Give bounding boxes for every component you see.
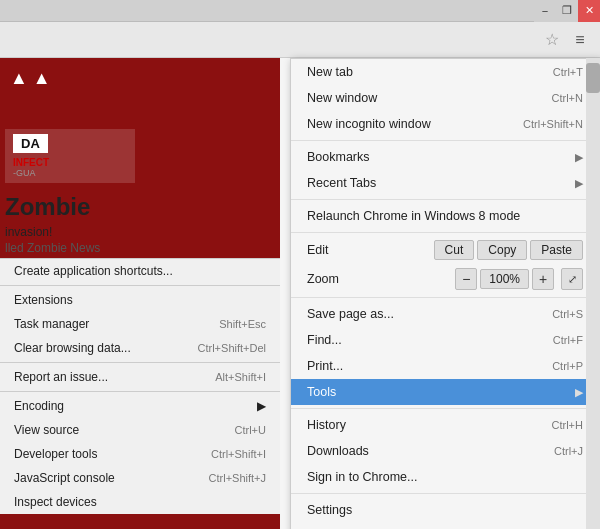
menu-divider-5 bbox=[291, 408, 599, 409]
create-shortcuts-item[interactable]: Create application shortcuts... bbox=[0, 259, 280, 283]
history-item[interactable]: History Ctrl+H bbox=[291, 412, 599, 438]
tools-submenu: Create application shortcuts... Extensio… bbox=[0, 258, 280, 514]
new-window-item[interactable]: New window Ctrl+N bbox=[291, 85, 599, 111]
settings-item[interactable]: Settings bbox=[291, 497, 599, 523]
zoom-out-button[interactable]: − bbox=[455, 268, 477, 290]
recent-tabs-item[interactable]: Recent Tabs ▶ bbox=[291, 170, 599, 196]
new-tab-item[interactable]: New tab Ctrl+T bbox=[291, 59, 599, 85]
chrome-menu: New tab Ctrl+T New window Ctrl+N New inc… bbox=[290, 58, 600, 529]
find-item[interactable]: Find... Ctrl+F bbox=[291, 327, 599, 353]
downloads-item[interactable]: Downloads Ctrl+J bbox=[291, 438, 599, 464]
task-manager-item[interactable]: Task manager Shift+Esc bbox=[0, 312, 280, 336]
developer-tools-item[interactable]: Developer tools Ctrl+Shift+I bbox=[0, 442, 280, 466]
scrollbar-thumb[interactable] bbox=[586, 63, 600, 93]
minimize-button[interactable]: − bbox=[534, 0, 556, 22]
title-bar-buttons: − ❐ ✕ bbox=[534, 0, 600, 22]
new-incognito-item[interactable]: New incognito window Ctrl+Shift+N bbox=[291, 111, 599, 137]
browser-toolbar: ☆ ≡ bbox=[0, 22, 600, 58]
browser-window: − ❐ ✕ ☆ ≡ ▲ ▲ DA INFECT -GUA Zombie inva… bbox=[0, 0, 600, 529]
zombie-invasion: invasion! bbox=[0, 225, 280, 239]
tools-item[interactable]: Tools ▶ bbox=[291, 379, 599, 405]
menu-divider-6 bbox=[291, 493, 599, 494]
about-item[interactable]: About Google Chrome bbox=[291, 523, 599, 529]
zombie-title: Zombie bbox=[0, 193, 90, 220]
edit-buttons: Cut Copy Paste bbox=[434, 240, 583, 260]
menu-divider-1 bbox=[291, 140, 599, 141]
zoom-value: 100% bbox=[480, 269, 529, 289]
fullscreen-button[interactable]: ⤢ bbox=[561, 268, 583, 290]
javascript-console-item[interactable]: JavaScript console Ctrl+Shift+J bbox=[0, 466, 280, 490]
zombie-sign-top: DA bbox=[21, 136, 40, 151]
encoding-item[interactable]: Encoding ▶ bbox=[0, 394, 280, 418]
menu-divider-4 bbox=[291, 297, 599, 298]
left-menu-divider-1 bbox=[0, 285, 280, 286]
star-button[interactable]: ☆ bbox=[538, 26, 566, 54]
view-source-item[interactable]: View source Ctrl+U bbox=[0, 418, 280, 442]
relaunch-item[interactable]: Relaunch Chrome in Windows 8 mode bbox=[291, 203, 599, 229]
paste-button[interactable]: Paste bbox=[530, 240, 583, 260]
zombie-arrows: ▲ ▲ bbox=[10, 68, 275, 89]
save-page-item[interactable]: Save page as... Ctrl+S bbox=[291, 301, 599, 327]
clear-browsing-item[interactable]: Clear browsing data... Ctrl+Shift+Del bbox=[0, 336, 280, 360]
cut-button[interactable]: Cut bbox=[434, 240, 475, 260]
maximize-button[interactable]: ❐ bbox=[556, 0, 578, 22]
bookmarks-item[interactable]: Bookmarks ▶ bbox=[291, 144, 599, 170]
report-issue-item[interactable]: Report an issue... Alt+Shift+I bbox=[0, 365, 280, 389]
zoom-controls: − 100% + ⤢ bbox=[455, 268, 583, 290]
extensions-item[interactable]: Extensions bbox=[0, 288, 280, 312]
print-item[interactable]: Print... Ctrl+P bbox=[291, 353, 599, 379]
left-menu-divider-2 bbox=[0, 362, 280, 363]
sign-in-item[interactable]: Sign in to Chrome... bbox=[291, 464, 599, 490]
left-menu-divider-3 bbox=[0, 391, 280, 392]
edit-row: Edit Cut Copy Paste bbox=[291, 236, 599, 264]
copy-button[interactable]: Copy bbox=[477, 240, 527, 260]
title-bar: − ❐ ✕ bbox=[0, 0, 600, 22]
scrollbar[interactable] bbox=[586, 58, 600, 529]
zoom-row: Zoom − 100% + ⤢ bbox=[291, 264, 599, 294]
inspect-devices-item[interactable]: Inspect devices bbox=[0, 490, 280, 514]
zoom-in-button[interactable]: + bbox=[532, 268, 554, 290]
menu-icon: ≡ bbox=[575, 31, 584, 49]
menu-divider-2 bbox=[291, 199, 599, 200]
menu-divider-3 bbox=[291, 232, 599, 233]
menu-button[interactable]: ≡ bbox=[566, 26, 594, 54]
zombie-called: lled Zombie News bbox=[0, 241, 280, 255]
star-icon: ☆ bbox=[545, 30, 559, 49]
close-button[interactable]: ✕ bbox=[578, 0, 600, 22]
